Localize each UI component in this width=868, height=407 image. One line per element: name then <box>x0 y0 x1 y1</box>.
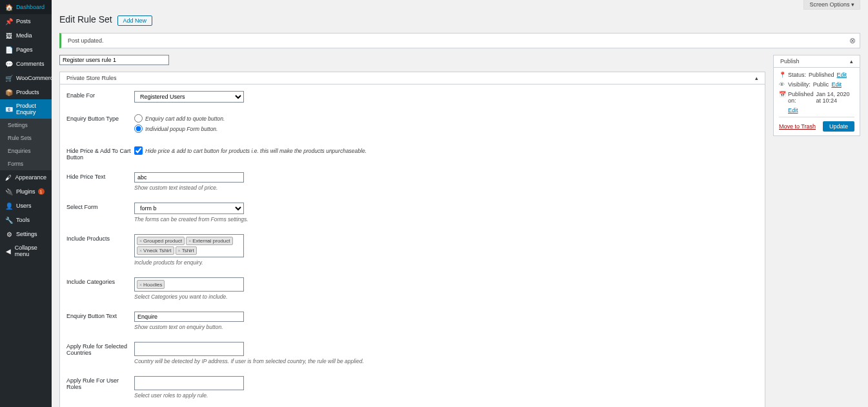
eye-icon: 👁 <box>779 81 785 88</box>
post-title-input[interactable] <box>59 55 169 65</box>
sidebar-item-label: Settings <box>16 231 37 237</box>
tag-remove-icon[interactable]: × <box>139 239 142 243</box>
tag-grouped-product[interactable]: × Grouped product <box>137 237 185 245</box>
sidebar-item-posts[interactable]: 📌Posts <box>0 14 52 28</box>
notice-text: Post updated. <box>68 37 104 44</box>
sidebar-item-label: WooCommerce <box>16 75 52 81</box>
enquiry-button-text-label: Enquiry Button Text <box>66 312 134 319</box>
sidebar-item-label: Rule Sets <box>8 135 32 141</box>
countries-help: Country will be detected by IP address. … <box>134 358 457 364</box>
visibility-label: Visibility: <box>788 81 811 88</box>
product-enquiry-icon: 📧 <box>5 105 13 113</box>
sidebar-item-users[interactable]: 👤Users <box>0 199 52 213</box>
enable-for-select[interactable]: Registered Users <box>134 91 244 103</box>
enquiry-type-radio-popup[interactable] <box>134 124 143 133</box>
tag-hoodies[interactable]: × Hoodies <box>137 280 165 289</box>
move-to-trash-link[interactable]: Move to Trash <box>779 123 816 130</box>
tag-tshirt[interactable]: × Tshirt <box>176 246 197 255</box>
sidebar-item-collapse-menu[interactable]: ◀Collapse menu <box>0 241 52 261</box>
admin-sidebar: 🏠Dashboard📌Posts🖼Media📄Pages💬Comments🛒Wo… <box>0 0 52 407</box>
posts-icon: 📌 <box>5 17 13 25</box>
sidebar-item-settings[interactable]: ⚙Settings <box>0 227 52 241</box>
products-icon: 📦 <box>5 88 13 96</box>
user-roles-help: Select user roles to apply rule. <box>134 392 457 399</box>
sidebar-item-appearance[interactable]: 🖌Appearance <box>0 170 52 184</box>
enquiry-type-radio-cart[interactable] <box>134 114 143 123</box>
update-button[interactable]: Update <box>823 121 854 132</box>
woocommerce-icon: 🛒 <box>5 74 13 82</box>
sidebar-item-products[interactable]: 📦Products <box>0 85 52 99</box>
tools-icon: 🔧 <box>5 216 13 224</box>
date-edit-link[interactable]: Edit <box>788 107 798 114</box>
tag-vneck-tshirt[interactable]: × Vneck Tshirt <box>137 246 174 255</box>
include-categories-label: Include Categories <box>66 277 134 285</box>
enquiry-button-text-help: Show custom text on enquiry button. <box>134 324 457 330</box>
sidebar-item-label: Media <box>16 32 32 39</box>
screen-options-toggle[interactable]: Screen Options ▾ <box>803 0 860 10</box>
settings-icon: ⚙ <box>5 230 13 238</box>
pages-icon: 📄 <box>5 46 13 54</box>
publish-toggle-icon[interactable]: ▴ <box>850 58 853 65</box>
pin-icon: 📍 <box>779 72 785 78</box>
include-products-help: Include products for enquiry. <box>134 259 457 266</box>
user-roles-tagbox[interactable] <box>134 376 244 390</box>
collapse-menu-icon: ◀ <box>5 247 12 255</box>
sidebar-item-pages[interactable]: 📄Pages <box>0 43 52 57</box>
countries-label: Apply Rule for Selected Countries <box>66 342 134 356</box>
notice-success: Post updated. ⊗ <box>59 33 860 48</box>
enquiry-type-opt1-text: Enquiry cart add to quote button. <box>145 115 225 122</box>
published-on-value: Jan 14, 2020 at 10:24 <box>816 91 854 104</box>
sidebar-item-label: Dashboard <box>16 4 45 10</box>
sidebar-item-settings[interactable]: Settings <box>0 119 52 132</box>
sidebar-item-enquiries[interactable]: Enquiries <box>0 144 52 157</box>
select-form-label: Select Form <box>66 203 134 210</box>
sidebar-item-label: Pages <box>16 46 33 53</box>
enquiry-type-opt2-text: Individual popup Form button. <box>145 126 217 132</box>
publish-metabox-header[interactable]: Publish ▴ <box>774 55 860 68</box>
notice-dismiss-icon[interactable]: ⊗ <box>849 36 856 45</box>
published-on-label: Published on: <box>788 91 814 104</box>
sidebar-item-media[interactable]: 🖼Media <box>0 28 52 43</box>
sidebar-item-tools[interactable]: 🔧Tools <box>0 213 52 227</box>
include-products-tagbox[interactable]: × Grouped product× External product× Vne… <box>134 234 244 257</box>
tag-remove-icon[interactable]: × <box>139 248 142 253</box>
metabox-title: Private Store Rules <box>66 75 117 81</box>
add-new-button[interactable]: Add New <box>117 15 153 26</box>
publish-metabox: Publish ▴ 📍 Status: Published Edit 👁 Vis… <box>773 55 860 136</box>
select-form-select[interactable]: form b <box>134 203 244 214</box>
include-categories-tagbox[interactable]: × Hoodies <box>134 277 244 292</box>
page-title: Edit Rule Set <box>59 14 112 25</box>
enquiry-button-text-input[interactable] <box>134 312 244 322</box>
dashboard-icon: 🏠 <box>5 3 13 11</box>
main-content: Screen Options ▾ Edit Rule Set Add New P… <box>52 0 868 407</box>
sidebar-item-label: Plugins <box>16 188 35 195</box>
media-icon: 🖼 <box>5 32 13 39</box>
countries-tagbox[interactable] <box>134 342 244 356</box>
enable-for-label: Enable For <box>66 91 134 99</box>
user-roles-label: Apply Rule For User Roles <box>66 376 134 390</box>
tag-remove-icon[interactable]: × <box>178 248 181 253</box>
sidebar-item-forms[interactable]: Forms <box>0 157 52 170</box>
sidebar-item-product-enquiry[interactable]: 📧Product Enquiry <box>0 99 52 119</box>
sidebar-item-dashboard[interactable]: 🏠Dashboard <box>0 0 52 14</box>
sidebar-item-label: Users <box>16 203 32 209</box>
comments-icon: 💬 <box>5 60 13 68</box>
rules-metabox-header[interactable]: Private Store Rules ▴ <box>60 72 765 84</box>
hide-price-cart-check-text: Hide price & add to cart button for prod… <box>145 148 367 154</box>
sidebar-item-rule-sets[interactable]: Rule Sets <box>0 132 52 144</box>
hide-price-text-input[interactable] <box>134 172 244 183</box>
status-edit-link[interactable]: Edit <box>837 72 847 78</box>
tag-external-product[interactable]: × External product <box>186 237 232 245</box>
hide-price-cart-checkbox[interactable] <box>134 146 143 155</box>
sidebar-item-label: Comments <box>16 61 45 67</box>
sidebar-item-woocommerce[interactable]: 🛒WooCommerce <box>0 71 52 85</box>
tag-remove-icon[interactable]: × <box>188 239 191 243</box>
select-form-help: The forms can be created from Forms sett… <box>134 216 457 223</box>
visibility-edit-link[interactable]: Edit <box>831 81 842 88</box>
sidebar-item-plugins[interactable]: 🔌Plugins1 <box>0 184 52 199</box>
tag-remove-icon[interactable]: × <box>139 283 142 287</box>
publish-box-title: Publish <box>780 58 800 65</box>
sidebar-item-comments[interactable]: 💬Comments <box>0 57 52 71</box>
metabox-toggle-icon[interactable]: ▴ <box>755 75 758 81</box>
hide-price-text-help: Show custom text instead of price. <box>134 184 457 191</box>
